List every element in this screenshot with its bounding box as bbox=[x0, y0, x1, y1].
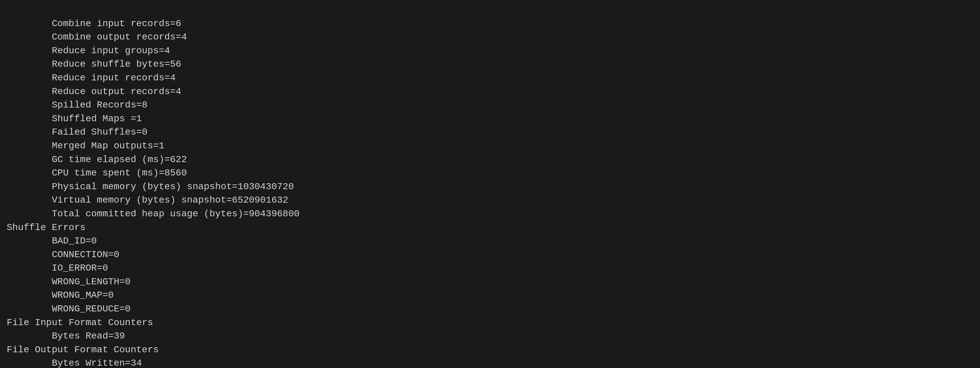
terminal-line: File Output Format Counters bbox=[7, 343, 973, 357]
terminal-line: WRONG_REDUCE=0 bbox=[7, 302, 973, 316]
terminal-line: CONNECTION=0 bbox=[7, 248, 973, 262]
terminal-line: Bytes Written=34 bbox=[7, 357, 973, 368]
terminal-line: CPU time spent (ms)=8560 bbox=[7, 167, 973, 180]
terminal-line: Shuffled Maps =1 bbox=[7, 112, 973, 126]
terminal-line: WRONG_LENGTH=0 bbox=[7, 275, 973, 289]
terminal-line: Reduce output records=4 bbox=[7, 85, 973, 99]
terminal-line: Spilled Records=8 bbox=[7, 98, 973, 112]
terminal-line: Shuffle Errors bbox=[7, 221, 973, 235]
terminal-line: Combine output records=4 bbox=[7, 30, 973, 44]
terminal-line: BAD_ID=0 bbox=[7, 235, 973, 248]
terminal-line: Bytes Read=39 bbox=[7, 330, 973, 343]
terminal-line: Total committed heap usage (bytes)=90439… bbox=[7, 207, 973, 221]
terminal-line: Reduce input groups=4 bbox=[7, 44, 973, 58]
terminal-line: Failed Shuffles=0 bbox=[7, 125, 973, 139]
terminal-line: Merged Map outputs=1 bbox=[7, 139, 973, 153]
terminal-line: Combine input records=6 bbox=[7, 17, 973, 31]
terminal-line: Reduce shuffle bytes=56 bbox=[7, 57, 973, 71]
terminal-line: File Input Format Counters bbox=[7, 316, 973, 330]
terminal-line: Physical memory (bytes) snapshot=1030430… bbox=[7, 180, 973, 194]
terminal-line: IO_ERROR=0 bbox=[7, 262, 973, 275]
terminal-line: Virtual memory (bytes) snapshot=65209016… bbox=[7, 194, 973, 207]
terminal-line: WRONG_MAP=0 bbox=[7, 289, 973, 302]
terminal-output: Combine input records=6 Combine output r… bbox=[7, 3, 973, 368]
terminal-line: Reduce input records=4 bbox=[7, 71, 973, 85]
terminal-line: GC time elapsed (ms)=622 bbox=[7, 153, 973, 167]
